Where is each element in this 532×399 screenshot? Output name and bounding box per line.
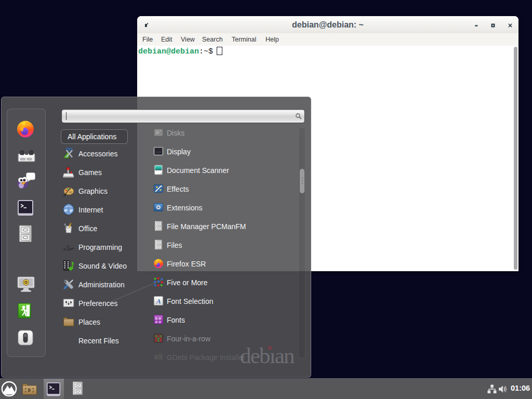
svg-text:A: A	[156, 297, 161, 305]
svg-text:a a: a a	[155, 320, 162, 324]
